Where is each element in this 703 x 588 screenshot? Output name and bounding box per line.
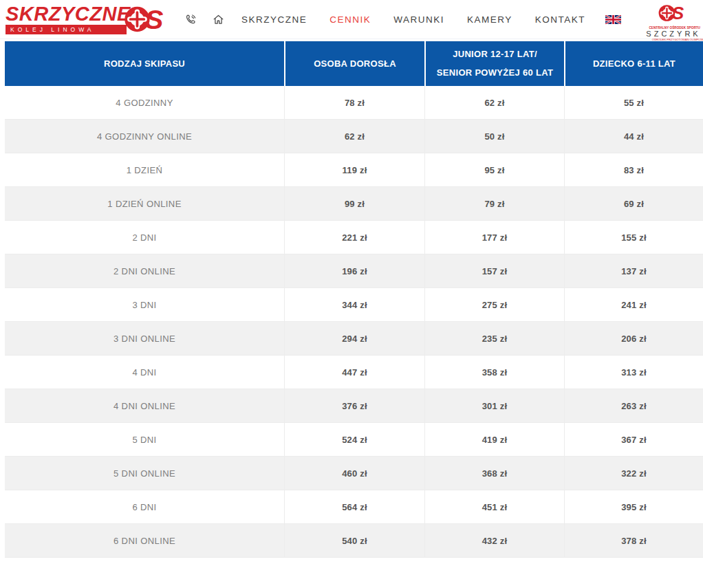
child-price-cell: 137 zł	[564, 254, 703, 287]
adult-price-cell: 196 zł	[284, 254, 424, 287]
top-navigation-bar: SKRZYCZNE KOLEJ LINOWA S SKRZYCZNE CENNI…	[0, 0, 703, 39]
adult-price-cell: 524 zł	[284, 423, 424, 456]
child-price-cell: 83 zł	[564, 153, 703, 186]
junior-senior-price-cell: 50 zł	[424, 120, 564, 153]
child-price-cell: 322 zł	[564, 457, 703, 490]
table-row: 1 DZIEŃ 119 zł 95 zł 83 zł	[5, 153, 703, 187]
main-menu: SKRZYCZNE CENNIK WARUNKI KAMERY KONTAKT	[241, 14, 621, 25]
skipass-type-cell: 4 DNI ONLINE	[5, 389, 284, 422]
skipass-type-cell: 4 GODZINNY ONLINE	[5, 120, 284, 153]
table-body: 4 GODZINNY 78 zł 62 zł 55 zł 4 GODZINNY …	[5, 86, 703, 558]
nav-item-cennik[interactable]: CENNIK	[329, 14, 371, 25]
adult-price-cell: 564 zł	[284, 490, 424, 523]
table-header-row: RODZAJ SKIPASU OSOBA DOROSŁA JUNIOR 12-1…	[5, 41, 703, 86]
junior-senior-price-cell: 301 zł	[424, 389, 564, 422]
nav-item-skrzyczne[interactable]: SKRZYCZNE	[241, 14, 307, 25]
site-logo-subtitle: KOLEJ LINOWA	[6, 25, 127, 34]
phone-icon[interactable]	[184, 13, 197, 26]
child-price-cell: 155 zł	[564, 221, 703, 254]
cos-logo-line2: SZCZYRK	[645, 30, 702, 38]
table-row: 6 DNI 564 zł 451 zł 395 zł	[5, 490, 703, 524]
adult-price-cell: 294 zł	[284, 322, 424, 355]
cos-szczyrk-logo[interactable]: S CENTRALNY OŚRODEK SPORTU SZCZYRK OŚROD…	[642, 3, 702, 43]
adult-price-cell: 540 zł	[284, 524, 424, 557]
adult-price-cell: 344 zł	[284, 288, 424, 321]
table-row: 4 GODZINNY 78 zł 62 zł 55 zł	[5, 86, 703, 120]
junior-senior-price-cell: 368 zł	[424, 457, 564, 490]
cos-logo-line3: OŚRODEK PRZYGOTOWAŃ OLIMPIJSKICH	[652, 39, 692, 41]
skipass-type-cell: 6 DNI	[5, 490, 284, 523]
junior-senior-price-cell: 62 zł	[424, 86, 564, 119]
uk-flag-icon[interactable]	[605, 15, 621, 24]
column-header-child: DZIECKO 6-11 LAT	[564, 41, 703, 86]
adult-price-cell: 62 zł	[284, 120, 424, 153]
junior-senior-price-cell: 419 zł	[424, 423, 564, 456]
junior-senior-price-cell: 157 zł	[424, 254, 564, 287]
adult-price-cell: 78 zł	[284, 86, 424, 119]
skipass-price-table: RODZAJ SKIPASU OSOBA DOROSŁA JUNIOR 12-1…	[5, 41, 703, 558]
table-row: 4 DNI ONLINE 376 zł 301 zł 263 zł	[5, 389, 703, 423]
junior-senior-price-cell: 95 zł	[424, 153, 564, 186]
cs-emblem-icon: S	[122, 4, 168, 37]
skipass-type-cell: 4 GODZINNY	[5, 86, 284, 119]
table-row: 4 DNI 447 zł 358 zł 313 zł	[5, 356, 703, 389]
skipass-type-cell: 6 DNI ONLINE	[5, 524, 284, 557]
child-price-cell: 313 zł	[564, 356, 703, 389]
child-price-cell: 44 zł	[564, 120, 703, 153]
table-row: 5 DNI 524 zł 419 zł 367 zł	[5, 423, 703, 457]
column-header-junior-senior: JUNIOR 12-17 LAT/ SENIOR POWYŻEJ 60 LAT	[424, 41, 564, 86]
cos-logo-line1: CENTRALNY OŚRODEK SPORTU	[649, 25, 695, 29]
skipass-type-cell: 2 DNI	[5, 221, 284, 254]
junior-senior-price-cell: 432 zł	[424, 524, 564, 557]
skipass-type-cell: 4 DNI	[5, 356, 284, 389]
adult-price-cell: 221 zł	[284, 221, 424, 254]
junior-senior-price-cell: 177 zł	[424, 221, 564, 254]
table-row: 3 DNI ONLINE 294 zł 235 zł 206 zł	[5, 322, 703, 356]
child-price-cell: 206 zł	[564, 322, 703, 355]
junior-senior-price-cell: 358 zł	[424, 356, 564, 389]
column-header-adult: OSOBA DOROSŁA	[284, 41, 424, 86]
junior-senior-price-cell: 235 zł	[424, 322, 564, 355]
skipass-type-cell: 5 DNI	[5, 423, 284, 456]
junior-senior-price-cell: 79 zł	[424, 187, 564, 220]
table-row: 6 DNI ONLINE 540 zł 432 zł 378 zł	[5, 524, 703, 558]
adult-price-cell: 119 zł	[284, 153, 424, 186]
skipass-type-cell: 5 DNI ONLINE	[5, 457, 284, 490]
table-row: 4 GODZINNY ONLINE 62 zł 50 zł 44 zł	[5, 120, 703, 153]
column-header-skipass-type: RODZAJ SKIPASU	[5, 41, 284, 86]
svg-text:S: S	[672, 3, 684, 23]
site-logo[interactable]: SKRZYCZNE KOLEJ LINOWA S	[6, 4, 165, 34]
child-price-cell: 69 zł	[564, 187, 703, 220]
svg-text:S: S	[145, 4, 163, 34]
child-price-cell: 55 zł	[564, 86, 703, 119]
nav-item-warunki[interactable]: WARUNKI	[393, 14, 444, 25]
junior-senior-price-cell: 275 zł	[424, 288, 564, 321]
child-price-cell: 367 zł	[564, 423, 703, 456]
adult-price-cell: 447 zł	[284, 356, 424, 389]
skipass-type-cell: 1 DZIEŃ ONLINE	[5, 187, 284, 220]
table-row: 5 DNI ONLINE 460 zł 368 zł 322 zł	[5, 457, 703, 490]
home-icon[interactable]	[212, 13, 225, 26]
adult-price-cell: 376 zł	[284, 389, 424, 422]
skipass-type-cell: 3 DNI ONLINE	[5, 322, 284, 355]
child-price-cell: 241 zł	[564, 288, 703, 321]
junior-senior-price-cell: 451 zł	[424, 490, 564, 523]
nav-item-kamery[interactable]: KAMERY	[467, 14, 512, 25]
table-row: 3 DNI 344 zł 275 zł 241 zł	[5, 288, 703, 322]
child-price-cell: 263 zł	[564, 389, 703, 422]
table-row: 1 DZIEŃ ONLINE 99 zł 79 zł 69 zł	[5, 187, 703, 221]
skipass-type-cell: 2 DNI ONLINE	[5, 254, 284, 287]
child-price-cell: 378 zł	[564, 524, 703, 557]
child-price-cell: 395 zł	[564, 490, 703, 523]
adult-price-cell: 99 zł	[284, 187, 424, 220]
skipass-type-cell: 1 DZIEŃ	[5, 153, 284, 186]
table-row: 2 DNI ONLINE 196 zł 157 zł 137 zł	[5, 254, 703, 288]
cos-emblem-icon: S	[657, 3, 687, 23]
adult-price-cell: 460 zł	[284, 457, 424, 490]
nav-item-kontakt[interactable]: KONTAKT	[535, 14, 585, 25]
table-row: 2 DNI 221 zł 177 zł 155 zł	[5, 221, 703, 254]
skipass-type-cell: 3 DNI	[5, 288, 284, 321]
